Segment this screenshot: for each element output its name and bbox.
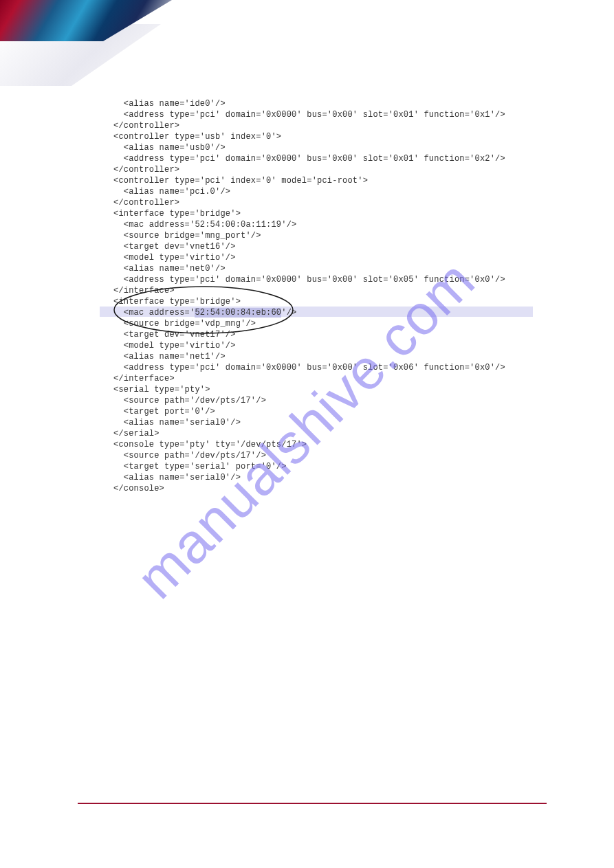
code-line: <interface type='bridge'> [113,209,241,219]
code-line: </serial> [113,429,160,438]
code-line: <mac address='52:54:00:0a:11:19'/> [113,220,296,230]
code-line: <alias name='net0'/> [113,264,226,274]
header-banner-color [0,0,172,41]
footer-divider [78,803,547,804]
code-line: <alias name='serial0'/> [113,418,241,427]
code-line: <model type='virtio'/> [113,253,236,263]
code-line: </interface> [113,374,175,383]
code-line: <target port='0'/> [113,407,215,416]
code-line: <alias name='usb0'/> [113,143,226,153]
code-line: </controller> [113,121,179,131]
code-line: <address type='pci' domain='0x0000' bus=… [113,363,505,372]
code-line: <alias name='net1'/> [113,352,226,361]
circle-annotation [111,285,296,335]
code-line: <model type='virtio'/> [113,341,236,350]
code-line: <target dev='vnet16'/> [113,242,236,252]
code-line: <alias name='pci.0'/> [113,187,230,197]
code-line: </controller> [113,198,179,208]
code-line: <address type='pci' domain='0x0000' bus=… [113,154,505,164]
code-line: <serial type='pty'> [113,385,210,394]
code-line: <console type='pty' tty='/dev/pts/17'> [113,440,307,449]
code-line: </console> [113,484,164,493]
document-page: <alias name='ide0'/> <address type='pci'… [0,0,614,868]
code-line: <controller type='pci' index='0' model='… [113,176,368,186]
svg-point-0 [114,287,293,333]
code-line: </controller> [113,165,179,175]
code-line: <alias name='ide0'/> [113,99,226,109]
code-line: <source path='/dev/pts/17'/> [113,451,266,460]
code-line: <target type='serial' port='0'/> [113,462,287,471]
code-line: <alias name='serial0'/> [113,473,241,482]
code-line: <source bridge='mng_port'/> [113,231,261,241]
code-line: <source path='/dev/pts/17'/> [113,396,266,405]
code-line: <address type='pci' domain='0x0000' bus=… [113,110,505,120]
code-line: <controller type='usb' index='0'> [113,132,281,142]
code-line: <address type='pci' domain='0x0000' bus=… [113,275,505,285]
